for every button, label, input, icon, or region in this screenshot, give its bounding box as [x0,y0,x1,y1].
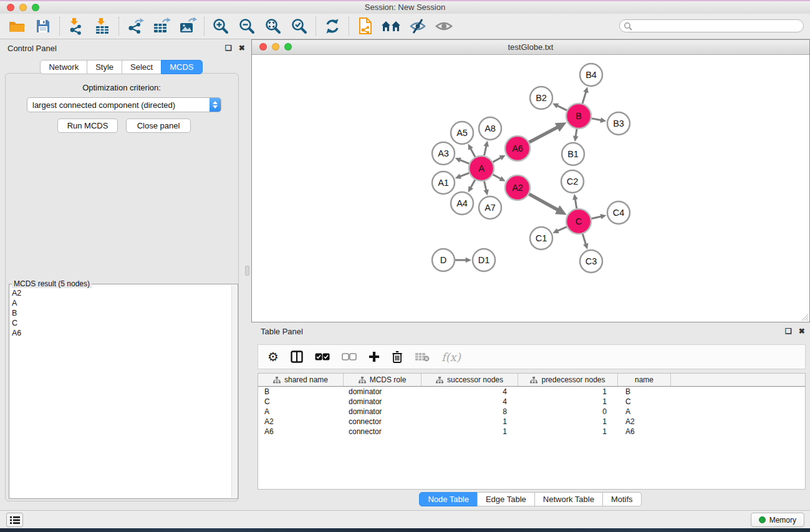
tab-edge-table[interactable]: Edge Table [477,492,535,506]
node-A4[interactable]: A4 [451,192,473,215]
tab-node-table[interactable]: Node Table [419,492,478,506]
table-row[interactable]: A6connector11A6 [258,427,805,437]
close-network-button[interactable] [259,43,267,51]
node-D[interactable]: D [432,249,455,271]
zoom-window-button[interactable] [32,4,39,11]
node-C1[interactable]: C1 [530,227,552,249]
edge-C-C4[interactable] [592,216,602,218]
open-session-button[interactable] [4,16,30,37]
split-pane-grip[interactable] [245,266,249,276]
minimize-network-button[interactable] [272,43,279,51]
search-field[interactable] [619,19,804,32]
edge-C-C3[interactable] [582,234,586,244]
search-input[interactable] [635,21,803,31]
float-panel-icon[interactable]: ❏ [225,44,232,52]
node-C2[interactable]: C2 [561,170,584,193]
main-titlebar[interactable]: Session: New Session [0,1,810,14]
export-table-button[interactable] [148,16,175,37]
delete-column-button[interactable] [392,351,403,363]
zoom-in-button[interactable] [208,16,234,37]
column-header-name[interactable]: name [618,374,671,386]
edge-A-A5[interactable] [471,148,475,157]
result-list-scrollbar[interactable] [231,285,237,498]
node-C4[interactable]: C4 [607,201,630,224]
result-item[interactable]: A [12,298,229,308]
tab-style[interactable]: Style [87,60,122,74]
node-A[interactable]: A [469,156,494,181]
edge-B-B2[interactable] [557,105,567,110]
edge-A-A2[interactable] [493,175,501,179]
edge-A-A3[interactable] [460,160,469,163]
edge-A2-C[interactable] [529,194,557,210]
deselect-all-button[interactable] [342,353,357,360]
node-A3[interactable]: A3 [432,142,455,165]
node-A8[interactable]: A8 [479,117,501,140]
mcds-result-list[interactable]: A2ABCA6 [12,288,229,338]
table-row[interactable]: Adominator80A [258,407,805,417]
zoom-out-button[interactable] [234,16,260,37]
import-network-button[interactable] [63,16,89,37]
column-header-predecessor-nodes[interactable]: predecessor nodes [518,374,618,386]
close-panel-button[interactable]: Close panel [126,118,191,133]
node-B3[interactable]: B3 [607,112,630,135]
node-B4[interactable]: B4 [580,64,602,86]
import-table-button[interactable] [89,16,115,37]
node-A1[interactable]: A1 [432,172,455,194]
table-row[interactable]: A2connector11A2 [258,417,805,427]
export-image-button[interactable] [175,16,201,37]
edge-A-A8[interactable] [484,146,486,156]
export-network-button[interactable] [122,16,148,37]
edge-B-B3[interactable] [592,118,602,120]
refresh-button[interactable] [319,16,345,37]
float-panel-icon[interactable]: ❏ [785,327,792,336]
node-C3[interactable]: C3 [580,250,602,273]
edge-C-C1[interactable] [557,227,567,231]
result-item[interactable]: A6 [12,328,229,338]
tab-network-table[interactable]: Network Table [534,492,603,506]
result-item[interactable]: A2 [12,288,229,298]
column-header-successor-nodes[interactable]: successor nodes [422,374,518,386]
add-column-button[interactable] [369,351,380,362]
close-panel-icon[interactable]: ✖ [799,327,805,336]
column-header-mcds-role[interactable]: MCDS role [344,374,422,386]
network-window-titlebar[interactable]: testGlobe.txt [252,40,809,55]
column-header-shared-name[interactable]: shared name [258,374,344,386]
table-row[interactable]: Cdominator41C [258,397,805,407]
node-B2[interactable]: B2 [530,87,552,109]
node-A5[interactable]: A5 [451,122,473,144]
column-visibility-button[interactable] [291,351,303,363]
memory-button[interactable]: Memory [751,513,804,527]
node-A7[interactable]: A7 [479,196,501,219]
minimize-window-button[interactable] [19,4,27,11]
table-row[interactable]: Bdominator41B [258,387,805,397]
edge-A6-B[interactable] [529,127,558,142]
edge-A-A4[interactable] [471,180,475,188]
tab-network[interactable]: Network [40,60,87,74]
close-window-button[interactable] [7,4,14,11]
resize-grip-icon[interactable] [800,312,809,321]
zoom-fit-button[interactable] [260,16,286,37]
zoom-network-button[interactable] [284,43,292,51]
table-options-button[interactable]: ⚙ [268,351,279,363]
node-B[interactable]: B [566,104,591,128]
close-panel-icon[interactable]: ✖ [239,44,245,52]
node-A6[interactable]: A6 [505,136,530,161]
home-button[interactable] [378,16,405,37]
edge-A-A6[interactable] [493,158,501,162]
node-B1[interactable]: B1 [562,143,584,165]
result-item[interactable]: C [12,318,229,328]
zoom-selected-button[interactable] [286,16,312,37]
node-D1[interactable]: D1 [473,249,495,271]
select-all-button[interactable] [315,353,330,360]
node-table[interactable]: shared nameMCDS rolesuccessor nodesprede… [258,373,806,490]
edge-B-B1[interactable] [576,129,577,137]
show-hide-graphics-button[interactable] [405,16,431,37]
edge-B-B4[interactable] [582,92,586,104]
node-A2[interactable]: A2 [505,175,530,200]
save-session-button[interactable] [30,16,56,37]
tab-mcds[interactable]: MCDS [161,60,202,74]
node-C[interactable]: C [566,209,591,234]
run-mcds-button[interactable]: Run MCDS [57,118,118,133]
eye-button[interactable] [431,16,457,37]
tab-select[interactable]: Select [122,60,162,74]
